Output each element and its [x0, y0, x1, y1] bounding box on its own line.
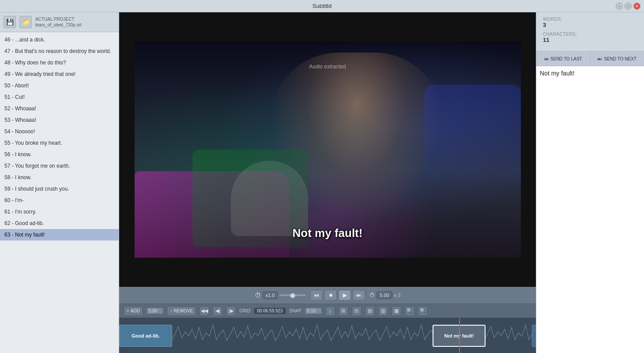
subtitle-list: 46 - ...and a dick.47 - But that's no re… — [0, 32, 119, 353]
app-title: Subtitld — [313, 3, 331, 9]
send-to-last-icon: ⏮ — [544, 56, 549, 61]
center-area: Audio extracted Not my fault! ⏱ x1.0 ⏮ ■… — [119, 12, 536, 353]
audio-extracted-label: Audio extracted — [309, 64, 346, 70]
loop-speed: 5.00 — [377, 291, 392, 299]
restore-button[interactable]: □ — [625, 3, 632, 10]
characters-value: 11 — [543, 37, 637, 43]
add-icon: + — [127, 308, 129, 313]
subtitle-item-51[interactable]: 51 - Cut! — [0, 91, 119, 103]
play-button[interactable]: ▶ — [339, 290, 351, 300]
snap-value-input[interactable] — [305, 308, 322, 314]
close-button[interactable]: ✕ — [633, 3, 640, 10]
subtitle-overlay: Not my fault! — [293, 226, 363, 240]
tl-icon-3[interactable]: ⊟ — [352, 306, 362, 316]
remove-label: REMOVE — [174, 308, 193, 313]
grid-label: GRID — [239, 308, 250, 313]
prev-frame-button[interactable]: ◀◀ — [200, 306, 209, 316]
tl-icon-1[interactable]: | — [325, 306, 335, 316]
next-button[interactable]: ⏭ — [353, 290, 365, 300]
subtitle-item-61[interactable]: 61 - I'm sorry. — [0, 206, 119, 218]
remove-button[interactable]: − REMOVE — [167, 306, 196, 316]
stop-button[interactable]: ■ — [324, 290, 337, 300]
save-button[interactable]: 💾 — [4, 16, 16, 28]
subtitle-item-55[interactable]: 55 - You broke my heart. — [0, 137, 119, 149]
main-area: 💾 📁 ACTUAL PROJECT tears_of_steel_720p.s… — [0, 12, 644, 353]
project-file: tears_of_steel_720p.srt — [35, 22, 82, 28]
prev-button[interactable]: ⏮ — [310, 290, 323, 300]
subtitle-item-48[interactable]: 48 - Why does he do this? — [0, 57, 119, 68]
subtitle-item-56[interactable]: 56 - I know. — [0, 149, 119, 160]
tl-icon-4[interactable]: ▤ — [365, 306, 375, 316]
project-name: ACTUAL PROJECT — [35, 16, 82, 22]
remove-icon: − — [170, 308, 173, 313]
toolbar: 💾 📁 ACTUAL PROJECT tears_of_steel_720p.s… — [0, 12, 119, 32]
subtitle-item-47[interactable]: 47 - But that's no reason to destroy the… — [0, 45, 119, 57]
subtitle-item-46[interactable]: 46 - ...and a dick. — [0, 34, 119, 45]
right-panel: WORDS: 3 CHARACTERS: 11 ⏮ SEND TO LAST ⏭… — [536, 12, 644, 353]
subtitle-item-49[interactable]: 49 - We already tried that one! — [0, 68, 119, 80]
zoom-in-button[interactable]: 🔍 — [418, 306, 428, 316]
subtitle-item-60[interactable]: 60 - I'm- — [0, 195, 119, 206]
title-bar: Subtitld ─ □ ✕ — [0, 0, 644, 12]
speed-slider[interactable] — [279, 294, 306, 296]
step-back-button[interactable]: ◀| — [213, 306, 222, 316]
send-to-next-button[interactable]: ⏭ SEND TO NEXT — [591, 52, 644, 66]
minimize-button[interactable]: ─ — [616, 3, 623, 10]
controls-bar: ⏱ x1.0 ⏮ ■ ▶ ⏭ ⏱ 5.00 x 3 — [119, 287, 536, 304]
zoom-out-button[interactable]: 🔍 — [405, 306, 414, 316]
add-label: ADD — [131, 308, 140, 313]
snap-label: SNAP — [290, 308, 301, 313]
speed-display: x1.0 — [263, 291, 278, 299]
subtitle-item-62[interactable]: 62 - Good ad-lib. — [0, 218, 119, 229]
video-frame: Audio extracted Not my fault! — [135, 41, 521, 258]
timeline-wave[interactable]: Good ad-lib.Not my fault!This time.Quiet… — [119, 318, 536, 353]
subtitle-item-53[interactable]: 53 - Whoaaa! — [0, 114, 119, 126]
time-display: 00:06:59.923 — [254, 308, 286, 314]
playhead — [459, 318, 460, 353]
send-to-last-button[interactable]: ⏮ SEND TO LAST — [536, 52, 591, 66]
loop-group: ⏱ 5.00 x 3 — [369, 291, 400, 299]
project-info: ACTUAL PROJECT tears_of_steel_720p.srt — [35, 16, 82, 28]
characters-label: CHARACTERS: — [543, 32, 637, 37]
window-controls: ─ □ ✕ — [616, 3, 640, 10]
segments-container: Good ad-lib.Not my fault!This time.Quiet… — [119, 318, 536, 353]
subtitle-item-58[interactable]: 58 - I know. — [0, 172, 119, 183]
subtitle-item-52[interactable]: 52 - Whoaaa! — [0, 103, 119, 114]
subtitle-item-63[interactable]: 63 - Not my fault! — [0, 229, 119, 240]
seg-this-time[interactable]: This time. — [532, 325, 536, 347]
tl-icon-5[interactable]: ▥ — [378, 306, 388, 316]
transport-group: ⏮ ■ ▶ ⏭ — [310, 290, 365, 300]
video-container: Audio extracted Not my fault! — [119, 12, 536, 287]
subtitle-item-57[interactable]: 57 - You forgot me on earth. — [0, 160, 119, 172]
seg-good-adlib[interactable]: Good ad-lib. — [119, 325, 172, 347]
words-value: 3 — [543, 22, 637, 28]
timeline-controls: + ADD − REMOVE ◀◀ ◀| |▶ GRID 00:06:59.92… — [119, 304, 536, 318]
subtitle-item-59[interactable]: 59 - I should just crush you. — [0, 183, 119, 195]
open-button[interactable]: 📁 — [19, 16, 32, 28]
subtitle-item-50[interactable]: 50 - Abort! — [0, 80, 119, 91]
speed-group: ⏱ x1.0 — [255, 291, 306, 299]
tl-icon-6[interactable]: ▦ — [392, 306, 401, 316]
loop-count: x 3 — [394, 293, 401, 298]
words-label: WORDS: — [543, 17, 637, 22]
tl-icon-2[interactable]: ⊞ — [339, 306, 348, 316]
send-to-next-icon: ⏭ — [598, 56, 602, 61]
stats-area: WORDS: 3 CHARACTERS: 11 — [536, 12, 644, 52]
add-button[interactable]: + ADD — [124, 306, 143, 316]
step-fwd-button[interactable]: |▶ — [226, 306, 236, 316]
send-buttons: ⏮ SEND TO LAST ⏭ SEND TO NEXT — [536, 52, 644, 66]
send-to-next-label: SEND TO NEXT — [604, 56, 636, 61]
add-value-input[interactable] — [147, 308, 163, 314]
subtitle-item-54[interactable]: 54 - Nooooo! — [0, 126, 119, 137]
text-editor[interactable] — [536, 66, 644, 353]
left-panel: 💾 📁 ACTUAL PROJECT tears_of_steel_720p.s… — [0, 12, 119, 353]
send-to-last-label: SEND TO LAST — [550, 56, 582, 61]
